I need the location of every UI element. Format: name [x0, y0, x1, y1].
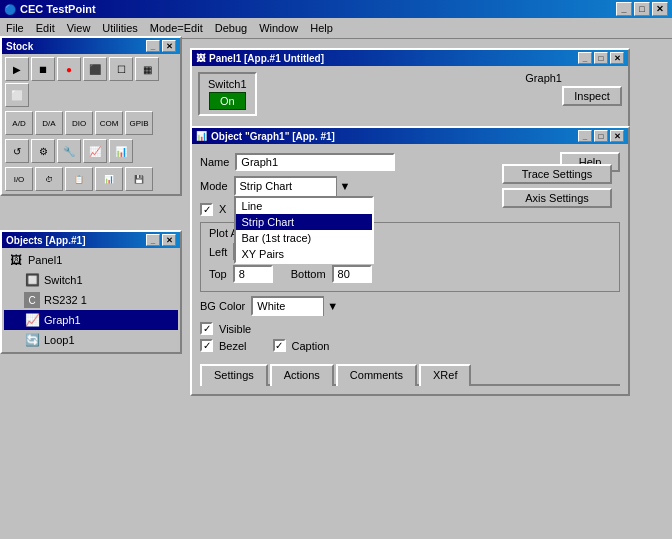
- stock-btn-r1[interactable]: ↺: [5, 139, 29, 163]
- tree-item-loop1[interactable]: 🔄 Loop1: [4, 330, 178, 350]
- stock-close[interactable]: ✕: [162, 40, 176, 52]
- top-bottom-row: Top Bottom: [209, 265, 611, 283]
- tree-item-graph1[interactable]: 📈 Graph1: [4, 310, 178, 330]
- panel1-close[interactable]: ✕: [610, 52, 624, 64]
- tab-strip: Settings Actions Comments XRef: [200, 362, 620, 386]
- tree-item-rs232[interactable]: C RS232 1: [4, 290, 178, 310]
- tab-actions[interactable]: Actions: [270, 364, 334, 386]
- stock-btn-com[interactable]: COM: [95, 111, 123, 135]
- tab-settings[interactable]: Settings: [200, 364, 268, 386]
- stock-btn-dio[interactable]: DIO: [65, 111, 93, 135]
- stock-btn-7[interactable]: ⬜: [5, 83, 29, 107]
- panel1-minimize[interactable]: _: [578, 52, 592, 64]
- stock-title-bar: Stock _ ✕: [2, 38, 180, 54]
- menu-window[interactable]: Window: [253, 20, 304, 36]
- stock-btn-2[interactable]: ⏹: [31, 57, 55, 81]
- trace-settings-button[interactable]: Trace Settings: [502, 164, 612, 184]
- panel1-maximize[interactable]: □: [594, 52, 608, 64]
- panel-icon: 🖼: [196, 53, 205, 63]
- stock-resize[interactable]: [168, 182, 180, 194]
- left-label: Left: [209, 246, 227, 258]
- menu-debug[interactable]: Debug: [209, 20, 253, 36]
- mode-option-line[interactable]: Line: [236, 198, 372, 214]
- stock-btn-s3[interactable]: 📋: [65, 167, 93, 191]
- top-label: Top: [209, 268, 227, 280]
- inspect-button[interactable]: Inspect: [562, 86, 622, 106]
- stock-btn-r3[interactable]: 🔧: [57, 139, 81, 163]
- x-checkbox-label: X: [219, 203, 226, 215]
- graph-dialog: 📊 Object "Graph1" [App. #1] _ □ ✕ Name H…: [190, 126, 630, 396]
- graph-dialog-maximize[interactable]: □: [594, 130, 608, 142]
- objects-close[interactable]: ✕: [162, 234, 176, 246]
- stock-btn-1[interactable]: ▶: [5, 57, 29, 81]
- app-minimize-btn[interactable]: _: [616, 2, 632, 16]
- objects-resize[interactable]: [168, 340, 180, 352]
- mode-select-wrapper: Strip Chart ▼ Line Strip Chart Bar (1st …: [234, 176, 354, 196]
- tree-item-switch1[interactable]: 🔲 Switch1: [4, 270, 178, 290]
- stock-btn-3[interactable]: ●: [57, 57, 81, 81]
- app-title-bar: 🔵 CEC TestPoint _ □ ✕: [0, 0, 672, 18]
- app-close-btn[interactable]: ✕: [652, 2, 668, 16]
- stock-btn-4[interactable]: ⬛: [83, 57, 107, 81]
- bezel-checkbox[interactable]: ✓: [200, 339, 213, 352]
- stock-btn-r4[interactable]: 📈: [83, 139, 107, 163]
- switch-state[interactable]: On: [209, 92, 246, 110]
- mode-option-xy[interactable]: XY Pairs: [236, 246, 372, 262]
- menu-utilities[interactable]: Utilities: [96, 20, 143, 36]
- mode-dropdown-arrow[interactable]: ▼: [336, 176, 354, 196]
- menu-view[interactable]: View: [61, 20, 97, 36]
- top-input[interactable]: [233, 265, 273, 283]
- graph-dialog-icon: 📊: [196, 131, 207, 141]
- visible-row: ✓ Visible: [200, 322, 620, 335]
- x-checkbox[interactable]: ✓: [200, 203, 213, 216]
- mode-row: Mode Strip Chart ▼ Line Strip Chart Bar …: [200, 176, 620, 196]
- graph-dialog-minimize[interactable]: _: [578, 130, 592, 142]
- bezel-label: Bezel: [219, 340, 247, 352]
- visible-label: Visible: [219, 323, 251, 335]
- tree-label-loop1: Loop1: [44, 334, 75, 346]
- bottom-input[interactable]: [332, 265, 372, 283]
- menu-file[interactable]: File: [0, 20, 30, 36]
- stock-btn-r2[interactable]: ⚙: [31, 139, 55, 163]
- objects-minimize[interactable]: _: [146, 234, 160, 246]
- menu-mode-edit[interactable]: Mode=Edit: [144, 20, 209, 36]
- tab-xref[interactable]: XRef: [419, 364, 471, 386]
- objects-title-bar: Objects [App.#1] _ ✕: [2, 232, 180, 248]
- tab-comments[interactable]: Comments: [336, 364, 417, 386]
- caption-label: Caption: [292, 340, 330, 352]
- stock-btn-6[interactable]: ▦: [135, 57, 159, 81]
- stock-btn-s5[interactable]: 💾: [125, 167, 153, 191]
- tree-item-panel1[interactable]: 🖼 Panel1: [4, 250, 178, 270]
- stock-btn-r5[interactable]: 📊: [109, 139, 133, 163]
- caption-checkbox[interactable]: ✓: [273, 339, 286, 352]
- stock-btn-ad[interactable]: A/D: [5, 111, 33, 135]
- stock-minimize[interactable]: _: [146, 40, 160, 52]
- name-input[interactable]: [235, 153, 395, 171]
- tree-label-switch1: Switch1: [44, 274, 83, 286]
- stock-btn-5[interactable]: ☐: [109, 57, 133, 81]
- mode-option-bar[interactable]: Bar (1st trace): [236, 230, 372, 246]
- objects-panel: Objects [App.#1] _ ✕ 🖼 Panel1 🔲 Switch1 …: [0, 230, 182, 354]
- stock-btn-s4[interactable]: 📊: [95, 167, 123, 191]
- stock-btn-task[interactable]: ⏱: [35, 167, 63, 191]
- menu-edit[interactable]: Edit: [30, 20, 61, 36]
- bezel-caption-row: ✓ Bezel ✓ Caption: [200, 339, 620, 352]
- main-window: 🔵 CEC TestPoint _ □ ✕ File Edit View Uti…: [0, 0, 672, 539]
- mode-label: Mode: [200, 180, 228, 192]
- objects-tree: 🖼 Panel1 🔲 Switch1 C RS232 1 📈 Graph1 🔄: [2, 248, 180, 352]
- tree-label-panel1: Panel1: [28, 254, 62, 266]
- stock-btn-da[interactable]: D/A: [35, 111, 63, 135]
- bottom-label: Bottom: [291, 268, 326, 280]
- graph-dialog-close[interactable]: ✕: [610, 130, 624, 142]
- visible-checkbox[interactable]: ✓: [200, 322, 213, 335]
- menu-help[interactable]: Help: [304, 20, 339, 36]
- mode-option-strip[interactable]: Strip Chart: [236, 214, 372, 230]
- switch1-icon: 🔲: [24, 272, 40, 288]
- tree-label-graph1: Graph1: [44, 314, 81, 326]
- bg-color-arrow[interactable]: ▼: [323, 296, 341, 316]
- panel1-title: Panel1 [App.#1 Untitled]: [209, 53, 324, 64]
- app-maximize-btn[interactable]: □: [634, 2, 650, 16]
- stock-btn-gpib[interactable]: GPIB: [125, 111, 153, 135]
- stock-btn-io[interactable]: I/O: [5, 167, 33, 191]
- axis-settings-button[interactable]: Axis Settings: [502, 188, 612, 208]
